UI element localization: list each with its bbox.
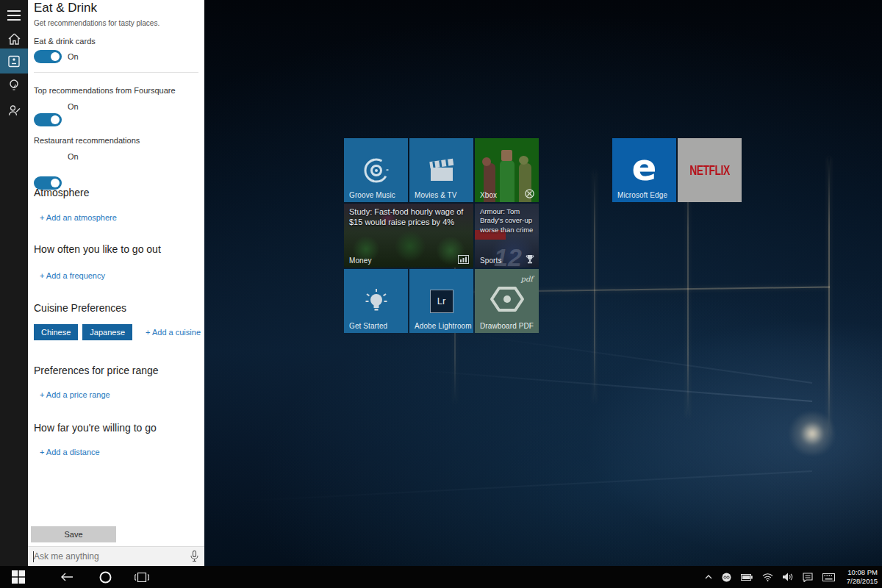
cortana-icon-rail: [0, 0, 28, 566]
finance-chart-icon: [458, 255, 469, 264]
tray-chevron-up-icon[interactable]: [705, 575, 712, 579]
volume-icon[interactable]: [783, 573, 793, 581]
light-beam: [473, 334, 812, 384]
tile-label: Movies & TV: [415, 191, 457, 199]
feedback-person-icon: [8, 104, 21, 116]
tile-money[interactable]: Study: Fast-food hourly wage of $15 woul…: [344, 204, 473, 268]
cortana-button[interactable]: [88, 566, 122, 588]
add-price-range-link[interactable]: + Add a price range: [40, 390, 110, 399]
clock-time: 10:08 PM: [847, 568, 878, 577]
foursquare-toggle[interactable]: [34, 113, 62, 126]
toggle-label: Eat & drink cards: [34, 37, 96, 46]
save-button[interactable]: Save: [31, 526, 116, 542]
tile-label: Get Started: [349, 322, 387, 330]
cuisine-chip-japanese[interactable]: Japanese: [82, 324, 132, 340]
cuisine-chip-chinese[interactable]: Chinese: [34, 324, 78, 340]
tile-sports[interactable]: 12 Armour: Tom Brady's cover-up worse th…: [475, 204, 539, 268]
netflix-logo: NETFLIX: [689, 162, 729, 178]
battery-icon[interactable]: [741, 574, 753, 581]
tile-label: Money: [349, 257, 372, 265]
notebook-icon: [8, 55, 20, 68]
divider: [34, 72, 198, 73]
clock-date: 7/28/2015: [847, 577, 878, 586]
tile-label: Xbox: [480, 191, 497, 199]
xbox-avatar: [501, 150, 512, 161]
toggle-state: On: [68, 52, 79, 61]
window-pane-line: [828, 157, 830, 435]
window-pane-line: [687, 165, 689, 417]
tile-label: Drawboard PDF: [480, 322, 534, 330]
lightroom-logo: Lr: [430, 290, 453, 313]
section-heading-distance: How far you're willing to go: [34, 422, 157, 434]
cortana-eat-drink-panel: Eat & Drink Get recommendations for tast…: [28, 0, 204, 566]
xbox-avatar: [500, 160, 514, 202]
system-tray: [705, 566, 835, 588]
light-glow: [786, 412, 838, 456]
windows-logo-icon: [12, 570, 25, 584]
taskbar-clock[interactable]: 10:08 PM 7/28/2015: [847, 568, 878, 586]
ask-me-anything-input[interactable]: [28, 551, 190, 562]
edge-logo: e: [632, 146, 657, 189]
tile-headline: Study: Fast-food hourly wage of $15 woul…: [344, 204, 473, 228]
trophy-icon: [526, 254, 534, 264]
sidebar-item-notebook[interactable]: [0, 49, 28, 74]
back-button[interactable]: [50, 566, 84, 588]
section-heading-atmosphere: Atmosphere: [34, 187, 89, 198]
window-pane-line: [594, 171, 595, 402]
tile-adobe-lightroom[interactable]: Lr Adobe Lightroom: [409, 269, 473, 333]
toggle-state: On: [68, 152, 79, 161]
add-cuisine-link[interactable]: + Add a cuisine: [146, 328, 201, 337]
section-heading-frequency: How often you like to go out: [34, 243, 161, 255]
tile-groove-music[interactable]: Groove Music: [344, 138, 408, 202]
tile-microsoft-edge[interactable]: e Microsoft Edge: [612, 138, 676, 202]
xbox-avatar: [519, 156, 528, 165]
light-beam: [221, 470, 812, 503]
hamburger-menu-icon: [7, 10, 21, 21]
tile-movies-tv[interactable]: Movies & TV: [409, 138, 473, 202]
section-heading-price-range: Preferences for price range: [34, 365, 159, 376]
start-button[interactable]: [1, 566, 35, 588]
tray-app-circle-icon[interactable]: [722, 573, 731, 582]
add-atmosphere-link[interactable]: + Add an atmosphere: [40, 213, 117, 222]
tile-drawboard-pdf[interactable]: pdf Drawboard PDF: [475, 269, 539, 333]
tile-label: Microsoft Edge: [617, 191, 667, 199]
toggle-label: Top recommendations from Foursquare: [34, 86, 176, 95]
toggle-label: Restaurant recommendations: [34, 136, 140, 145]
tile-label: Adobe Lightroom: [415, 322, 472, 330]
toggle-state: On: [68, 102, 79, 111]
add-distance-link[interactable]: + Add a distance: [40, 448, 100, 456]
sidebar-item-ideas[interactable]: [0, 74, 28, 98]
xbox-logo-icon: [525, 189, 534, 198]
home-icon: [8, 33, 21, 45]
sidebar-item-feedback[interactable]: [0, 98, 28, 123]
add-frequency-link[interactable]: + Add a frequency: [40, 271, 105, 280]
tile-xbox[interactable]: Xbox: [475, 138, 539, 202]
cortana-search-box[interactable]: [28, 546, 204, 566]
touch-keyboard-icon[interactable]: [822, 573, 835, 581]
wifi-icon[interactable]: [762, 573, 773, 581]
panel-subtitle: Get recommendations for tasty places.: [34, 19, 159, 27]
ideas-lightbulb-icon: [9, 79, 19, 93]
section-heading-cuisine: Cuisine Preferences: [34, 302, 126, 314]
task-view-icon: [135, 573, 149, 582]
taskbar: 10:08 PM 7/28/2015: [0, 566, 882, 588]
tile-label: Groove Music: [349, 191, 395, 199]
screen: Groove Music Movies & TV: [0, 0, 882, 588]
tile-netflix[interactable]: NETFLIX: [678, 138, 742, 202]
back-arrow-icon: [60, 573, 74, 581]
tile-headline: Armour: Tom Brady's cover-up worse than …: [475, 204, 539, 234]
panel-title: Eat & Drink: [34, 1, 97, 15]
action-center-icon[interactable]: [803, 573, 813, 582]
hamburger-menu-button[interactable]: [0, 3, 28, 28]
microphone-icon[interactable]: [190, 551, 204, 562]
eat-drink-cards-toggle[interactable]: [34, 50, 62, 63]
text-caret: [33, 551, 34, 562]
cortana-circle-icon: [99, 571, 112, 584]
pdf-script-logo: pdf: [520, 275, 533, 283]
sidebar-item-home[interactable]: [0, 26, 28, 51]
tile-get-started[interactable]: Get Started: [344, 269, 408, 333]
task-view-button[interactable]: [125, 566, 159, 588]
tile-label: Sports: [480, 257, 502, 265]
xbox-avatar: [482, 157, 491, 166]
